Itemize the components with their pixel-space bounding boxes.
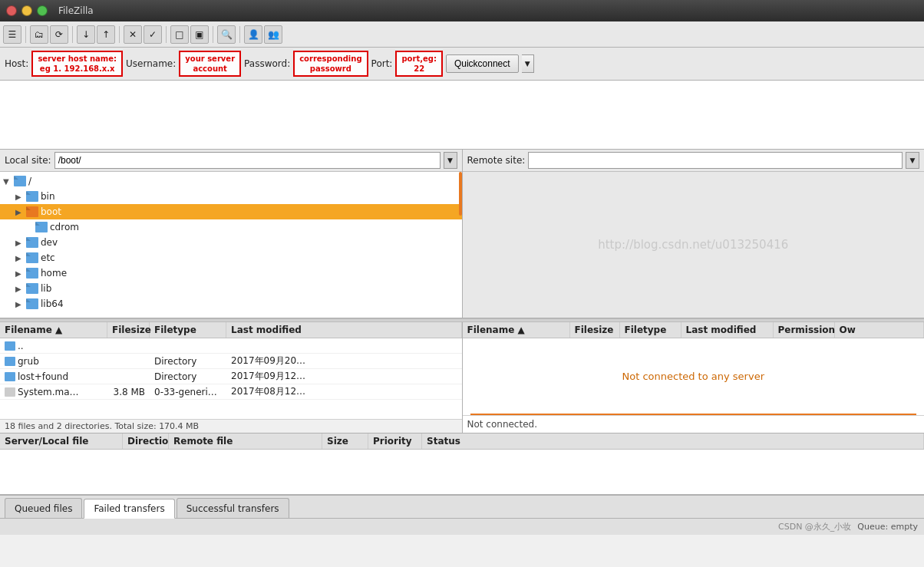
close-button[interactable] — [6, 5, 17, 16]
csdn-label: CSDN @永久_小妆 — [778, 521, 851, 532]
not-connected-message: Not connected to any server — [463, 338, 925, 414]
toolbar-menu-btn[interactable]: ☰ — [3, 25, 21, 44]
host-annotation: server host name:eg 1. 192.168.x.x — [31, 51, 123, 77]
file-row-dotdot[interactable]: .. — [0, 338, 462, 354]
file-row-grub[interactable]: grub Directory 2017年09月20… — [0, 354, 462, 369]
toolbar-cancel-btn[interactable]: ✕ — [124, 25, 142, 44]
remote-col-owner[interactable]: Ow — [835, 322, 925, 338]
doc-icon-systemma — [5, 387, 15, 397]
folder-icon-lib — [26, 283, 38, 294]
queue-col-remotefile: Remote file — [169, 433, 322, 449]
toolbar-refresh-btn[interactable]: ⟳ — [50, 25, 68, 44]
file-cell-systemma-type: 0-33-generi… — [150, 387, 226, 397]
file-row-systemma[interactable]: System.ma… 3.8 MB 0-33-generi… 2017年08月1… — [0, 384, 462, 400]
folder-icon-root — [14, 176, 26, 186]
tree-label-root: / — [28, 176, 31, 186]
tree-arrow-dev: ▶ — [15, 239, 26, 247]
tree-item-root[interactable]: ▼ / — [0, 173, 462, 189]
tab-successful-transfers[interactable]: Successful transfers — [177, 498, 289, 518]
toolbar-sep-2 — [72, 26, 73, 43]
toolbar-box2-btn[interactable]: ▣ — [190, 25, 209, 44]
quickconnect-dropdown[interactable]: ▼ — [522, 54, 534, 73]
toolbar-upload-btn[interactable]: ↑ — [97, 25, 115, 44]
tree-item-etc[interactable]: ▶ etc — [0, 250, 462, 265]
toolbar-user2-btn[interactable]: 👥 — [264, 25, 282, 44]
username-annotation: your serveraccount — [179, 51, 241, 77]
file-cell-lostfound-mod: 2017年09月12… — [226, 370, 462, 383]
transfer-queue: Server/Local file Directio Remote file S… — [0, 433, 924, 495]
folder-icon-home — [26, 268, 38, 279]
queue-col-status: Status — [422, 433, 924, 449]
toolbar-sep-3 — [119, 26, 120, 43]
tree-label-cdrom: cdrom — [50, 222, 79, 232]
toolbar-download-btn[interactable]: ↓ — [77, 25, 95, 44]
site-panels: Local site: ▼ ▼ / ▶ bin ▶ boot — [0, 150, 924, 318]
tab-failed-transfers[interactable]: Failed transfers — [84, 499, 174, 519]
bottom-tabs: Queued files Failed transfers Successful… — [0, 495, 924, 518]
tree-item-bin[interactable]: ▶ bin — [0, 189, 462, 204]
remote-col-filetype[interactable]: Filetype — [620, 322, 681, 338]
remote-file-list-header: Filename ▲ Filesize Filetype Last modifi… — [463, 322, 925, 338]
tree-item-home[interactable]: ▶ home — [0, 265, 462, 281]
file-cell-dotdot-name: .. — [0, 341, 107, 351]
tree-arrow-lib: ▶ — [15, 285, 26, 293]
tree-item-boot[interactable]: ▶ boot — [0, 204, 462, 219]
minimize-button[interactable] — [21, 5, 32, 16]
local-file-tree: ▼ / ▶ bin ▶ boot cdrom — [0, 172, 462, 318]
port-annotation: port,eg:22 — [395, 51, 442, 77]
not-connected-status: Not connected. — [463, 415, 925, 433]
file-cell-systemma-name: System.ma… — [0, 387, 107, 397]
local-site-path[interactable] — [54, 152, 441, 169]
folder-icon-dev — [26, 237, 38, 248]
folder-icon-grub — [5, 357, 15, 366]
col-header-filetype[interactable]: Filetype — [150, 322, 226, 338]
local-path-dropdown[interactable]: ▼ — [444, 152, 457, 169]
quickconnect-bar: Host: server host name:eg 1. 192.168.x.x… — [0, 48, 924, 81]
col-header-modified[interactable]: Last modified — [226, 322, 462, 338]
local-file-list-panel: Filename ▲ Filesize Filetype Last modifi… — [0, 322, 463, 433]
quickconnect-button[interactable]: Quickconnect — [446, 54, 519, 73]
tree-item-cdrom[interactable]: cdrom — [0, 219, 462, 235]
tree-item-lib64[interactable]: ▶ lib64 — [0, 296, 462, 312]
remote-panel: Remote site: ▼ http://blog.csdn.net/u013… — [463, 150, 925, 318]
scroll-indicator — [459, 172, 462, 216]
toolbar-user-btn[interactable]: 👤 — [244, 25, 262, 44]
queue-header: Server/Local file Directio Remote file S… — [0, 433, 924, 450]
folder-icon-lostfound — [5, 372, 15, 381]
tree-label-lib: lib — [41, 283, 51, 294]
remote-path-dropdown[interactable]: ▼ — [906, 152, 919, 169]
message-log — [0, 81, 924, 150]
tree-label-boot: boot — [41, 206, 61, 217]
remote-file-list-panel: Filename ▲ Filesize Filetype Last modifi… — [463, 322, 925, 433]
file-row-lostfound[interactable]: lost+found Directory 2017年09月12… — [0, 369, 462, 384]
toolbar-check-btn[interactable]: ✓ — [144, 25, 162, 44]
tab-queued-files[interactable]: Queued files — [5, 498, 82, 518]
local-file-list-header: Filename ▲ Filesize Filetype Last modifi… — [0, 322, 462, 338]
tree-arrow-boot: ▶ — [15, 208, 26, 216]
toolbar-sitemanager-btn[interactable]: 🗂 — [30, 25, 48, 44]
file-list-panels: Filename ▲ Filesize Filetype Last modifi… — [0, 322, 924, 433]
watermark-text: http://blog.csdn.net/u013250416 — [598, 238, 788, 252]
remote-col-permission[interactable]: Permission — [774, 322, 835, 338]
local-panel: Local site: ▼ ▼ / ▶ bin ▶ boot — [0, 150, 463, 318]
remote-col-filesize[interactable]: Filesize — [570, 322, 620, 338]
remote-col-modified[interactable]: Last modified — [681, 322, 774, 338]
username-label: Username: — [126, 58, 176, 69]
col-header-filesize[interactable]: Filesize — [107, 322, 150, 338]
remote-file-list-body: Not connected to any server Not connecte… — [463, 338, 925, 433]
maximize-button[interactable] — [37, 5, 48, 16]
file-cell-systemma-mod: 2017年08月12… — [226, 385, 462, 398]
tree-item-lib[interactable]: ▶ lib — [0, 281, 462, 296]
file-cell-systemma-size: 3.8 MB — [107, 387, 150, 397]
toolbar-box-btn[interactable]: □ — [170, 25, 189, 44]
remote-site-label: Remote site: — [467, 155, 526, 166]
file-cell-grub-mod: 2017年09月20… — [226, 354, 462, 368]
queue-body — [0, 450, 924, 494]
remote-site-path[interactable] — [528, 152, 903, 169]
tree-item-dev[interactable]: ▶ dev — [0, 235, 462, 250]
folder-icon-lib64 — [26, 298, 38, 309]
remote-col-filename[interactable]: Filename ▲ — [463, 322, 570, 338]
tree-label-lib64: lib64 — [41, 298, 64, 309]
toolbar-search-btn[interactable]: 🔍 — [217, 25, 236, 44]
col-header-filename[interactable]: Filename ▲ — [0, 322, 107, 338]
